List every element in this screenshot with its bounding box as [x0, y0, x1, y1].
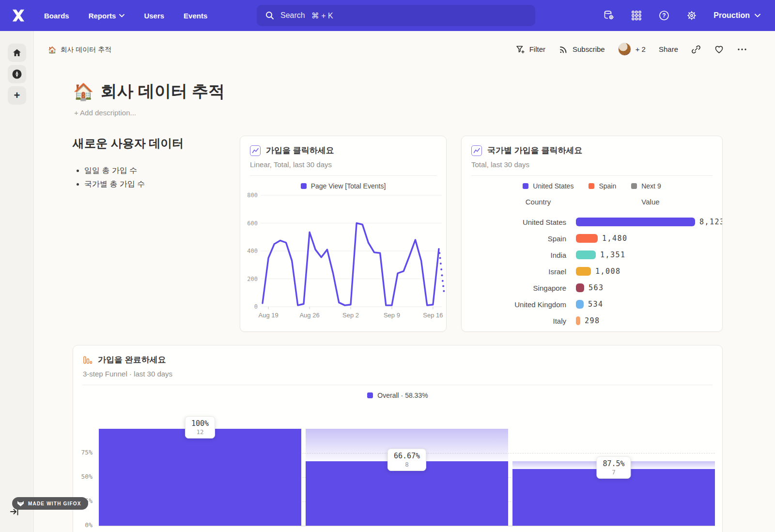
svg-text:800: 800 — [247, 192, 258, 199]
country-bar — [576, 267, 591, 276]
country-bar — [576, 300, 584, 309]
home-button[interactable] — [8, 44, 26, 62]
favorite-button[interactable] — [714, 45, 724, 54]
copy-link-button[interactable] — [691, 45, 701, 54]
nav-menu: Boards Reports Users Events — [44, 12, 207, 20]
mixpanel-logo[interactable] — [11, 8, 26, 23]
nav-label: Boards — [44, 12, 69, 20]
create-button[interactable]: + — [8, 86, 26, 105]
divider — [83, 385, 713, 385]
svg-text:Aug 26: Aug 26 — [299, 312, 319, 319]
funnel-step-label: 66.67% 8 — [388, 449, 426, 471]
table-row[interactable]: Singapore 563 — [471, 280, 713, 296]
country-rows: United States 8,123 Spain 1,480 India 1,… — [471, 214, 713, 332]
table-row[interactable]: United Kingdom 534 — [471, 296, 713, 313]
search-shortcut: ⌘ + K — [311, 11, 333, 20]
help-button[interactable]: ? — [658, 10, 670, 21]
card-subtitle: Total, last 30 days — [471, 160, 713, 169]
subscribe-button[interactable]: Subscribe — [558, 45, 605, 54]
search-placeholder: Search — [280, 11, 305, 20]
country-card-title[interactable]: 국가별 가입을 클릭하세요 — [471, 145, 713, 156]
add-description-button[interactable]: + Add description... — [74, 109, 136, 117]
nav-item-boards[interactable]: Boards — [44, 12, 69, 20]
share-button[interactable]: Share — [659, 45, 678, 53]
filter-icon — [515, 45, 525, 54]
text-widget-list: 일일 총 가입 수 국가별 총 가입 수 — [84, 164, 237, 191]
funnel-card-title[interactable]: 가입을 완료하세요 — [83, 354, 713, 365]
country-bar — [576, 218, 695, 226]
table-row[interactable]: India 1,351 — [471, 247, 713, 263]
filter-label: Filter — [529, 45, 545, 53]
table-row[interactable]: Spain 1,480 — [471, 230, 713, 247]
list-item: 국가별 총 가입 수 — [84, 177, 237, 191]
nav-item-users[interactable]: Users — [144, 12, 164, 20]
table-row-clipped[interactable] — [471, 329, 713, 332]
legend-label[interactable]: Next 9 — [641, 182, 661, 190]
card-title-text: 국가별 가입을 클릭하세요 — [487, 145, 582, 156]
more-options-button[interactable] — [737, 48, 747, 51]
project-switcher[interactable]: Prouction — [713, 11, 760, 20]
svg-text:600: 600 — [247, 220, 258, 227]
gifox-badge[interactable]: MADE WITH GIFOX — [12, 497, 88, 510]
country-label: United Kingdom — [471, 300, 566, 309]
country-bar — [576, 250, 596, 259]
funnel-card: 가입을 완료하세요 3-step Funnel · last 30 days O… — [73, 345, 723, 532]
card-title-text: 가입을 클릭하세요 — [266, 145, 334, 156]
table-row[interactable]: Italy 298 — [471, 313, 713, 329]
funnel-bar-step-1[interactable] — [99, 429, 301, 526]
legend-swatch — [367, 392, 373, 398]
nav-item-reports[interactable]: Reports — [89, 12, 125, 20]
ellipsis-icon — [737, 48, 747, 51]
country-label: Israel — [471, 267, 566, 276]
svg-text:200: 200 — [247, 276, 258, 282]
apps-grid-button[interactable] — [631, 10, 642, 21]
svg-text:0: 0 — [254, 303, 258, 310]
legend-swatch — [589, 183, 594, 189]
members[interactable]: + 2 — [618, 43, 646, 56]
filter-button[interactable]: Filter — [515, 45, 545, 54]
nav-label: Events — [184, 12, 207, 20]
avatar-overflow-count: + 2 — [636, 45, 646, 53]
country-label: United States — [471, 218, 566, 226]
discover-button[interactable] — [8, 65, 26, 83]
country-label: Italy — [471, 317, 566, 325]
country-bar — [576, 316, 580, 325]
legend-label[interactable]: Spain — [599, 182, 616, 190]
funnel-widget-icon — [83, 355, 93, 365]
rss-icon — [558, 45, 568, 54]
funnel-chart: 100% 12 66.67% 8 87.5% 7 75%50%25%0% — [73, 418, 723, 532]
country-label: India — [471, 251, 566, 259]
country-value: 563 — [589, 283, 604, 292]
nav-item-events[interactable]: Events — [184, 12, 207, 20]
data-management-button[interactable] — [603, 10, 615, 21]
board-emoji: 🏠 — [73, 82, 93, 101]
card-subtitle: 3-step Funnel · last 30 days — [83, 370, 713, 378]
table-row[interactable]: United States 8,123 — [471, 214, 713, 230]
country-value: 8,123 — [699, 218, 723, 226]
left-sidebar: + — [0, 31, 34, 532]
country-value: 298 — [585, 316, 600, 325]
country-label: Spain — [471, 235, 566, 243]
main-content: 🏠 회사 데이터 추적 Filter Subscribe + 2 Share — [34, 31, 775, 532]
line-chart-plot[interactable]: 0200400600800Aug 19Aug 26Sep 2Sep 9Sep 1… — [242, 186, 446, 329]
svg-text:Sep 9: Sep 9 — [384, 312, 400, 319]
table-row[interactable]: Israel 1,008 — [471, 263, 713, 280]
line-chart-card-title[interactable]: 가입을 클릭하세요 — [250, 145, 436, 156]
breadcrumb-title: 회사 데이터 추적 — [60, 46, 111, 54]
legend-label[interactable]: United States — [533, 182, 574, 190]
line-chart-widget-icon — [250, 145, 261, 156]
settings-button[interactable] — [686, 10, 698, 21]
country-value: 1,480 — [602, 234, 628, 243]
search-input[interactable]: Search ⌘ + K — [257, 5, 535, 26]
country-value: 1,008 — [595, 267, 621, 276]
top-nav: Boards Reports Users Events Search ⌘ + K — [0, 0, 775, 31]
chevron-down-icon — [755, 14, 760, 17]
column-header-value: Value — [617, 198, 684, 206]
country-bar — [576, 283, 584, 292]
svg-text:Aug 19: Aug 19 — [259, 312, 279, 319]
avatar — [618, 43, 631, 56]
divider — [471, 175, 713, 176]
breadcrumb[interactable]: 🏠 회사 데이터 추적 — [48, 46, 111, 54]
fox-icon — [17, 501, 24, 507]
chevron-down-icon — [119, 14, 124, 17]
